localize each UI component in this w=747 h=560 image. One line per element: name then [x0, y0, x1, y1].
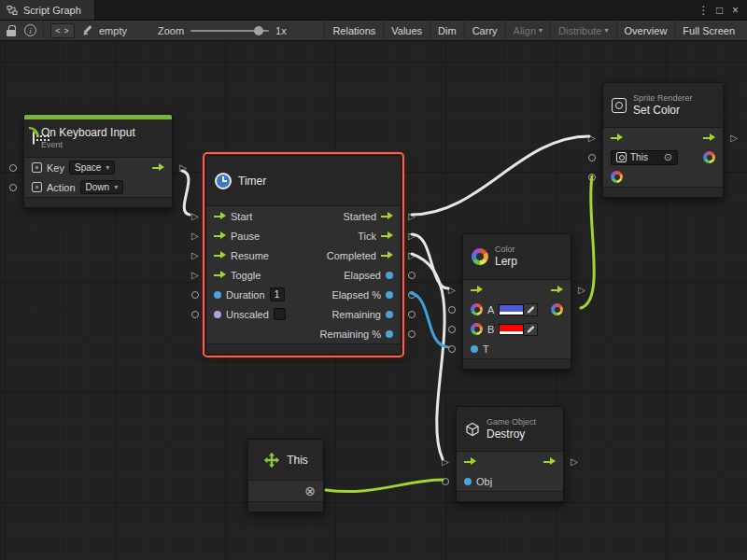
- node-destroy[interactable]: Game Object Destroy Obj: [456, 406, 564, 502]
- a-label: A: [487, 304, 494, 315]
- port-lerp-t-in[interactable]: [448, 345, 456, 353]
- unscaled-checkbox[interactable]: [274, 308, 286, 320]
- duration-label: Duration: [226, 289, 265, 301]
- wire-timer-completed-to-destroy-flow[interactable]: [412, 254, 444, 459]
- port-keyboard-action-left[interactable]: [9, 184, 17, 191]
- color-port-icon: [471, 323, 483, 335]
- flow-out-arrow-icon: [152, 163, 164, 172]
- breadcrumb-toggle-button[interactable]: [50, 23, 75, 38]
- node-timer[interactable]: Timer Start Started Pause Tick Res: [205, 155, 402, 355]
- window-menu-icon[interactable]: ⋮: [696, 0, 712, 21]
- color-port-icon: [703, 151, 715, 163]
- port-lerp-flow-out[interactable]: [578, 286, 585, 295]
- node-on-keyboard-input[interactable]: On Keyboard Input Event Key Space Action…: [23, 114, 173, 208]
- target-object-field[interactable]: This: [611, 150, 678, 165]
- duration-value-field[interactable]: 1: [270, 287, 285, 301]
- pause-label: Pause: [231, 231, 260, 242]
- action-dropdown[interactable]: Down: [80, 180, 124, 194]
- window-close-icon[interactable]: ×: [727, 0, 743, 21]
- node-header: Color Lerp: [463, 234, 571, 280]
- port-timer-toggle-in[interactable]: [191, 271, 199, 280]
- cube-icon: [465, 422, 480, 437]
- window-controls: ⋮ □ ×: [696, 0, 747, 20]
- tab-script-graph[interactable]: Script Graph: [0, 0, 95, 20]
- node-footer: [463, 358, 571, 369]
- edit-graph-name-icon[interactable]: [81, 25, 92, 36]
- timer-row-duration-elapsedpct: Duration 1 Elapsed %: [206, 285, 401, 304]
- port-lerp-flow-in[interactable]: [448, 286, 456, 295]
- lock-icon[interactable]: [7, 25, 16, 36]
- destroy-flow-row: [457, 452, 563, 471]
- zoom-label: Zoom: [158, 25, 184, 36]
- port-timer-remainingpct-out[interactable]: [408, 330, 416, 338]
- align-dropdown-button[interactable]: Align: [505, 21, 550, 40]
- color-b-field[interactable]: [499, 323, 538, 336]
- node-title: Lerp: [495, 255, 517, 268]
- color-a-field[interactable]: [499, 303, 538, 316]
- remaining-pct-label: Remaining %: [320, 329, 381, 340]
- flow-in-arrow-icon: [214, 271, 226, 279]
- timer-row-toggle-elapsed: Toggle Elapsed: [206, 265, 401, 285]
- port-timer-elapsed-out[interactable]: [408, 272, 416, 279]
- node-subtitle: Game Object: [486, 417, 536, 427]
- action-label: Action: [47, 182, 76, 193]
- object-port-icon[interactable]: [304, 483, 316, 498]
- dim-button[interactable]: Dim: [430, 21, 464, 40]
- object-port-icon: [464, 478, 472, 485]
- t-label: T: [483, 343, 489, 355]
- port-timer-started-out[interactable]: [408, 212, 416, 221]
- setcolor-flow-row: [603, 128, 723, 147]
- flow-in-arrow-icon: [214, 212, 226, 220]
- port-lerp-b-in[interactable]: [448, 326, 456, 333]
- color-a-swatch[interactable]: [499, 304, 524, 315]
- flow-out-arrow-icon: [703, 133, 715, 142]
- key-dropdown[interactable]: Space: [69, 161, 115, 175]
- color-result-icon: [551, 303, 563, 315]
- node-footer: [457, 491, 563, 501]
- started-label: Started: [344, 211, 376, 222]
- window-maximize-icon[interactable]: □: [712, 0, 727, 21]
- eyedropper-icon[interactable]: [524, 303, 538, 316]
- port-keyboard-key-left[interactable]: [9, 164, 17, 172]
- graph-canvas[interactable]: On Keyboard Input Event Key Space Action…: [0, 41, 747, 560]
- wire-timer-tick-to-lerp-flow[interactable]: [412, 234, 448, 288]
- fullscreen-button[interactable]: Full Screen: [674, 21, 742, 40]
- port-timer-resume-in[interactable]: [191, 251, 199, 260]
- port-timer-pause-in[interactable]: [191, 231, 199, 241]
- graph-name[interactable]: empty: [99, 25, 127, 36]
- float-port-icon: [386, 291, 393, 299]
- carry-button[interactable]: Carry: [464, 21, 505, 40]
- wire-keyboard-to-timer-start[interactable]: [182, 171, 190, 215]
- relations-button[interactable]: Relations: [324, 21, 383, 40]
- wire-timer-started-to-setcolor-flow[interactable]: [412, 136, 589, 215]
- node-color-lerp[interactable]: Color Lerp A B: [462, 233, 571, 370]
- eyedropper-icon[interactable]: [524, 323, 538, 336]
- info-icon[interactable]: [24, 24, 36, 36]
- timer-row-pause-tick: Pause Tick: [206, 226, 401, 245]
- node-setcolor[interactable]: Sprite Renderer Set Color This: [602, 82, 724, 198]
- port-timer-unscaled-in[interactable]: [191, 311, 199, 318]
- wire-this-to-destroy-obj[interactable]: [326, 480, 443, 492]
- timer-icon: [215, 173, 232, 189]
- elapsed-label: Elapsed: [344, 270, 381, 281]
- distribute-dropdown-button[interactable]: Distribute: [550, 21, 615, 40]
- color-b-swatch[interactable]: [499, 324, 524, 335]
- zoom-slider-handle[interactable]: [254, 26, 263, 35]
- values-button[interactable]: Values: [383, 21, 430, 40]
- lerp-flow-row: [463, 280, 571, 300]
- node-this[interactable]: This: [247, 439, 324, 512]
- port-lerp-a-in[interactable]: [448, 306, 456, 314]
- port-timer-duration-in[interactable]: [191, 291, 199, 299]
- keyboard-action-row: Action Down: [24, 177, 172, 197]
- port-setcolor-flow-out[interactable]: [730, 133, 738, 143]
- port-destroy-flow-out[interactable]: [571, 457, 578, 467]
- port-setcolor-flow-in[interactable]: [588, 133, 596, 143]
- toolbar-separator: [43, 24, 44, 37]
- port-timer-remaining-out[interactable]: [408, 311, 416, 318]
- overview-button[interactable]: Overview: [616, 21, 675, 40]
- port-setcolor-target-in[interactable]: [588, 154, 596, 161]
- node-footer: [24, 197, 172, 207]
- zoom-slider[interactable]: [190, 24, 269, 37]
- flow-out-arrow-icon: [543, 457, 556, 466]
- port-timer-start-in[interactable]: [191, 212, 199, 221]
